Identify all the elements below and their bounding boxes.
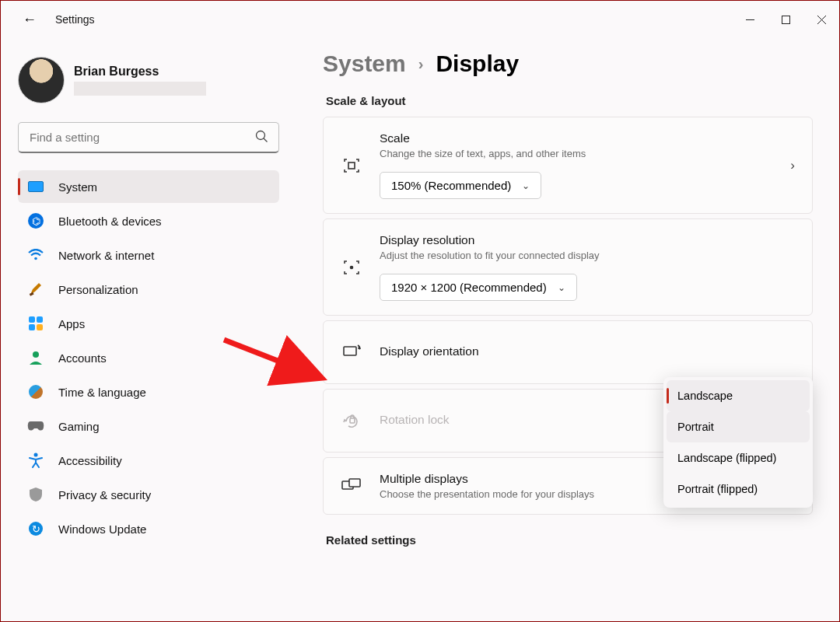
resolution-value: 1920 × 1200 (Recommended)	[391, 281, 547, 294]
nav-accessibility[interactable]: Accessibility	[18, 444, 279, 477]
card-orientation[interactable]: Display orientation	[323, 320, 813, 384]
orientation-title: Display orientation	[380, 344, 795, 358]
chevron-right-icon[interactable]: ›	[790, 158, 795, 173]
chevron-down-icon: ⌄	[522, 180, 530, 191]
chevron-down-icon: ⌄	[558, 282, 565, 293]
profile[interactable]: Brian Burgess	[18, 51, 279, 117]
nav-label: Apps	[58, 317, 85, 330]
section-scale-layout: Scale & layout	[326, 94, 813, 107]
nav-apps[interactable]: Apps	[18, 307, 279, 340]
card-resolution: Display resolution Adjust the resolution…	[323, 218, 813, 316]
nav-gaming[interactable]: Gaming	[18, 410, 279, 442]
resolution-dropdown[interactable]: 1920 × 1200 (Recommended) ⌄	[380, 274, 577, 301]
nav-network[interactable]: Network & internet	[18, 239, 279, 271]
search-icon	[255, 130, 268, 147]
scale-title: Scale	[380, 131, 773, 145]
back-button[interactable]: ←	[23, 12, 37, 26]
person-icon	[27, 349, 44, 366]
scale-dropdown[interactable]: 150% (Recommended) ⌄	[380, 172, 541, 199]
svg-rect-13	[350, 418, 355, 423]
minimize-button[interactable]	[732, 8, 768, 31]
nav-label: Network & internet	[58, 249, 154, 262]
gamepad-icon	[27, 418, 44, 435]
card-scale[interactable]: Scale Change the size of text, apps, and…	[323, 117, 813, 214]
svg-point-6	[34, 257, 37, 260]
nav-label: Gaming	[58, 420, 100, 433]
nav-label: System	[58, 180, 97, 194]
section-related: Related settings	[326, 533, 813, 547]
sidebar: Brian Burgess System ⌬ Bluetooth & devic…	[1, 38, 296, 622]
orientation-option-landscape-flipped[interactable]: Landscape (flipped)	[667, 442, 810, 473]
nav-label: Accessibility	[58, 454, 122, 467]
svg-point-4	[257, 131, 265, 140]
breadcrumb: System › Display	[323, 51, 813, 77]
svg-rect-15	[349, 479, 360, 487]
close-button[interactable]	[803, 8, 839, 31]
nav-label: Personalization	[58, 283, 138, 296]
crumb-current: Display	[436, 51, 519, 77]
nav-system[interactable]: System	[18, 170, 279, 203]
search-input[interactable]	[18, 122, 279, 153]
orientation-option-portrait-flipped[interactable]: Portrait (flipped)	[667, 473, 810, 505]
maximize-button[interactable]	[768, 8, 803, 31]
scale-desc: Change the size of text, apps, and other…	[380, 148, 773, 159]
nav-label: Bluetooth & devices	[58, 215, 162, 228]
wifi-icon	[27, 246, 44, 264]
multidisplay-icon	[341, 475, 362, 497]
orientation-menu: Landscape Portrait Landscape (flipped) P…	[663, 377, 813, 508]
svg-rect-1	[782, 16, 789, 23]
svg-line-5	[264, 138, 268, 142]
scale-icon	[341, 155, 362, 176]
resolution-title: Display resolution	[380, 233, 795, 247]
nav-label: Windows Update	[58, 522, 146, 536]
svg-point-11	[351, 266, 353, 268]
nav-privacy[interactable]: Privacy & security	[18, 478, 279, 511]
window-controls	[732, 8, 839, 31]
nav-label: Accounts	[58, 351, 107, 365]
lock-rotate-icon	[341, 410, 362, 432]
brush-icon	[27, 281, 44, 298]
resolution-icon	[341, 257, 362, 278]
svg-rect-10	[348, 162, 355, 169]
crumb-parent[interactable]: System	[323, 51, 406, 77]
nav-label: Time & language	[58, 386, 146, 399]
search-box[interactable]	[18, 122, 279, 153]
globe-clock-icon	[27, 383, 44, 400]
main-content: System › Display Scale & layout Scale Ch…	[296, 38, 839, 622]
apps-icon	[27, 315, 44, 332]
orientation-icon	[341, 341, 362, 363]
nav-list: System ⌬ Bluetooth & devices Network & i…	[18, 170, 279, 545]
avatar	[18, 57, 65, 103]
orientation-option-portrait[interactable]: Portrait	[667, 411, 810, 442]
svg-rect-12	[344, 347, 356, 355]
resolution-desc: Adjust the resolution to fit your connec…	[380, 250, 795, 261]
nav-personalization[interactable]: Personalization	[18, 273, 279, 306]
shield-icon	[27, 486, 44, 503]
titlebar: ← Settings	[1, 1, 839, 38]
app-title: Settings	[55, 13, 95, 26]
nav-bluetooth[interactable]: ⌬ Bluetooth & devices	[18, 204, 279, 237]
nav-label: Privacy & security	[58, 488, 151, 501]
nav-accounts[interactable]: Accounts	[18, 341, 279, 374]
orientation-option-landscape[interactable]: Landscape	[667, 380, 810, 411]
accessibility-icon	[27, 452, 44, 469]
user-name: Brian Burgess	[74, 65, 206, 79]
system-icon	[27, 178, 44, 195]
nav-time[interactable]: Time & language	[18, 376, 279, 408]
svg-point-9	[34, 453, 38, 457]
bluetooth-icon: ⌬	[27, 212, 44, 229]
nav-update[interactable]: ↻ Windows Update	[18, 512, 279, 545]
user-email-redacted	[74, 82, 206, 96]
update-icon: ↻	[27, 520, 44, 537]
svg-point-8	[33, 351, 39, 358]
chevron-right-icon: ›	[418, 55, 424, 73]
scale-value: 150% (Recommended)	[391, 179, 511, 192]
